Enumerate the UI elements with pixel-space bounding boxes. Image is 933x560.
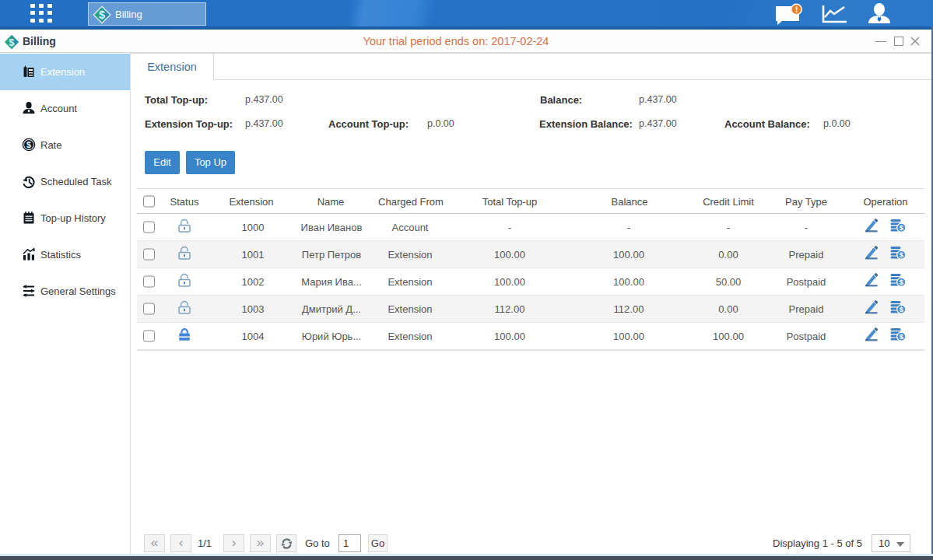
- svg-text:$: $: [900, 332, 904, 341]
- svg-text:$: $: [900, 250, 904, 259]
- svg-text:$: $: [900, 278, 904, 286]
- svg-text:$: $: [900, 223, 904, 232]
- svg-text:$: $: [26, 140, 31, 149]
- svg-text:$: $: [900, 305, 904, 313]
- svg-text:$: $: [99, 9, 105, 21]
